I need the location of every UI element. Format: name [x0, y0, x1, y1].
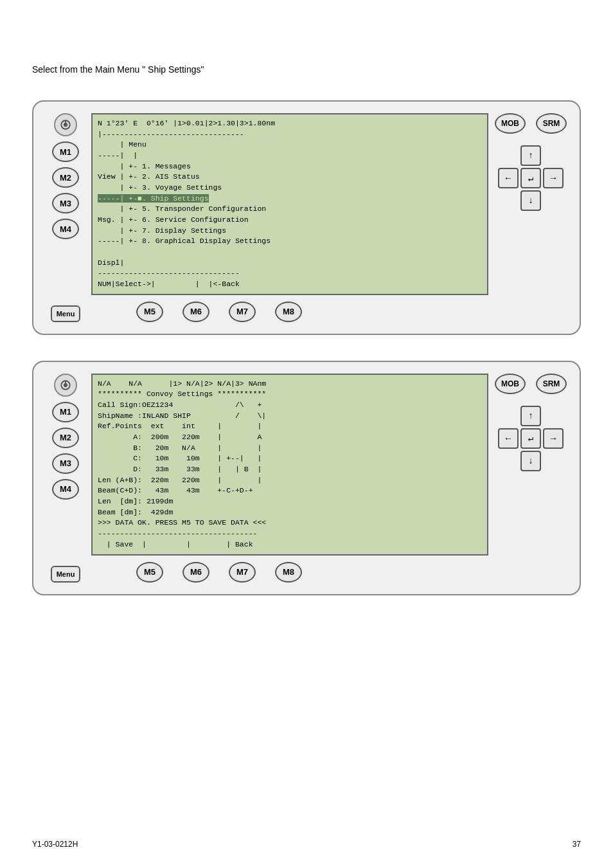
right-arrow-2[interactable]: →	[543, 428, 564, 449]
right-arrow-1[interactable]: →	[543, 168, 564, 188]
right-col-1: MOB SRM ↑ ← ↵ → ↓	[495, 113, 567, 322]
screen-line-1-0: N 1°23' E 0°16' |1>0.01|2>1.30|3>1.80nm	[98, 119, 275, 127]
svg-point-4	[64, 384, 67, 387]
mob-button-2[interactable]: MOB	[495, 374, 526, 394]
intro-text: Select from the Main Menu " Ship Setting…	[32, 64, 581, 75]
m5-button-1[interactable]: M5	[136, 302, 163, 322]
screen-1: N 1°23' E 0°16' |1>0.01|2>1.30|3>1.80nm …	[91, 113, 488, 295]
screen-line-1-2: | Menu	[98, 140, 147, 149]
m1-button-1[interactable]: M1	[52, 141, 79, 162]
left-arrow-2[interactable]: ←	[498, 428, 519, 449]
m4-button-1[interactable]: M4	[52, 219, 79, 239]
m8-button-2[interactable]: M8	[275, 562, 302, 583]
footer-right: 37	[573, 840, 581, 849]
right-col-2: MOB SRM ↑ ← ↵ → ↓	[495, 374, 567, 583]
arrow-cluster-2: ↑ ← ↵ → ↓	[498, 406, 564, 471]
screen-line-1-10: | +- 7. Display Settings	[98, 226, 226, 235]
screen-line-2-3: ShipName :INLAND SHIP / \|	[98, 411, 266, 420]
down-arrow-1[interactable]: ↓	[520, 190, 541, 211]
screen-line-2-12: Beam [dm]: 429dm	[98, 508, 173, 516]
menu-button-2[interactable]: Menu	[51, 566, 80, 583]
footer-left: Y1-03-0212H	[32, 840, 78, 849]
power-button-1[interactable]	[54, 113, 77, 136]
screen-line-1-3: -----| |	[98, 151, 138, 159]
m1-button-2[interactable]: M1	[52, 402, 79, 422]
screen-line-2-15: | Save | | | Back	[98, 540, 253, 548]
screen-line-1-8: | +- 5. Transponder Configuration	[98, 204, 266, 213]
m8-button-1[interactable]: M8	[275, 302, 302, 322]
m4-button-2[interactable]: M4	[52, 479, 79, 500]
enter-arrow-2[interactable]: ↵	[520, 428, 541, 449]
m7-button-2[interactable]: M7	[229, 562, 256, 583]
screen-line-1-14: --------------------------------	[98, 269, 240, 277]
left-arrow-1[interactable]: ←	[498, 168, 519, 188]
up-arrow-1[interactable]: ↑	[520, 145, 541, 166]
srm-button-2[interactable]: SRM	[536, 374, 567, 394]
screen-line-2-2: Call Sign:OEZ1234 /\ +	[98, 401, 262, 409]
screen-line-1-7: -----| +-■. Ship Settings	[98, 194, 209, 203]
down-arrow-2[interactable]: ↓	[520, 451, 541, 471]
left-button-column-1: M1 M2 M3 M4 Menu	[46, 113, 85, 322]
screen-line-2-1: ********** Convoy Settings ***********	[98, 390, 266, 398]
device-panel-1: M1 M2 M3 M4 Menu N 1°23' E 0°16' |1>0.01…	[32, 100, 581, 335]
top-right-btns-1: MOB SRM	[495, 113, 567, 134]
screen-line-2-8: D: 33m 33m | | B |	[98, 465, 262, 473]
screen-line-2-13: >>> DATA OK. PRESS M5 TO SAVE DATA <<<	[98, 518, 266, 527]
bottom-row-1: M5 M6 M7 M8	[91, 302, 488, 322]
screen-line-1-1: |--------------------------------	[98, 130, 244, 138]
device-panel-2: M1 M2 M3 M4 Menu N/A N/A |1> N/A|2> N/A|…	[32, 361, 581, 595]
m3-button-1[interactable]: M3	[52, 193, 79, 213]
screen-line-2-0: N/A N/A |1> N/A|2> N/A|3> NAnm	[98, 379, 266, 388]
screen-line-1-15: NUM|Select->| | |<-Back	[98, 280, 240, 288]
screen-line-1-4: | +- 1. Messages	[98, 162, 191, 170]
screen-2: N/A N/A |1> N/A|2> N/A|3> NAnm *********…	[91, 374, 488, 556]
screen-line-2-7: C: 10m 10m | +--| |	[98, 454, 262, 462]
enter-arrow-1[interactable]: ↵	[520, 168, 541, 188]
screen-line-1-6: | +- 3. Voyage Settings	[98, 183, 222, 192]
m7-button-1[interactable]: M7	[229, 302, 256, 322]
m2-button-2[interactable]: M2	[52, 428, 79, 448]
screen-line-2-10: Beam(C+D): 43m 43m +-C-+D-+	[98, 486, 253, 494]
arrow-cluster-1: ↑ ← ↵ → ↓	[498, 145, 564, 211]
screen-line-2-6: B: 20m N/A | |	[98, 444, 262, 452]
m6-button-1[interactable]: M6	[182, 302, 209, 322]
screen-line-2-14: ------------------------------------	[98, 529, 257, 538]
mob-button-1[interactable]: MOB	[495, 113, 526, 134]
screen-line-2-5: A: 200m 220m | A	[98, 433, 262, 441]
device-center-2: N/A N/A |1> N/A|2> N/A|3> NAnm *********…	[91, 374, 488, 583]
left-button-column-2: M1 M2 M3 M4 Menu	[46, 374, 85, 583]
screen-line-2-4: Ref.Points ext int | |	[98, 422, 262, 430]
page-footer: Y1-03-0212H 37	[32, 840, 581, 849]
bottom-row-2: M5 M6 M7 M8	[91, 562, 488, 583]
screen-line-1-5: View | +- 2. AIS Status	[98, 172, 200, 181]
m3-button-2[interactable]: M3	[52, 453, 79, 474]
m2-button-1[interactable]: M2	[52, 167, 79, 188]
m6-button-2[interactable]: M6	[182, 562, 209, 583]
screen-line-2-9: Len (A+B): 220m 220m | |	[98, 476, 262, 484]
up-arrow-2[interactable]: ↑	[520, 406, 541, 426]
screen-line-2-11: Len [dm]: 2199dm	[98, 497, 173, 505]
power-button-2[interactable]	[54, 374, 77, 397]
menu-button-1[interactable]: Menu	[51, 305, 80, 322]
screen-line-1-11: -----| +- 8. Graphical Display Settings	[98, 237, 271, 245]
svg-point-1	[64, 123, 67, 127]
m5-button-2[interactable]: M5	[136, 562, 163, 583]
device-center-1: N 1°23' E 0°16' |1>0.01|2>1.30|3>1.80nm …	[91, 113, 488, 322]
srm-button-1[interactable]: SRM	[536, 113, 567, 134]
top-right-btns-2: MOB SRM	[495, 374, 567, 394]
screen-line-1-13: Displ|	[98, 258, 124, 267]
screen-line-1-9: Msg. | +- 6. Service Configuration	[98, 215, 249, 224]
